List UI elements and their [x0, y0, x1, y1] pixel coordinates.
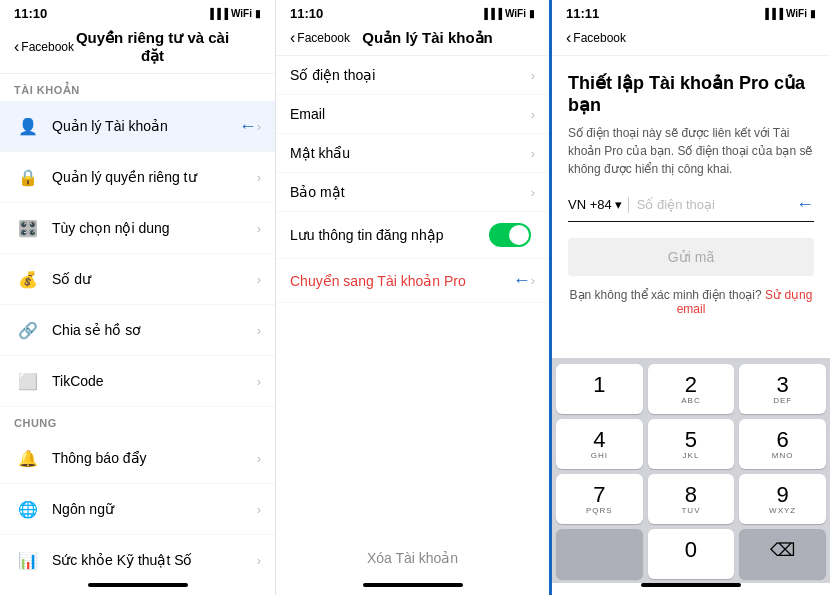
save-login-toggle[interactable] [489, 223, 531, 247]
country-code[interactable]: VN +84 ▾ [568, 197, 622, 212]
status-icons-2: ▐▐▐ WiFi ▮ [481, 8, 535, 19]
menu-item-phone[interactable]: Số điện thoại › [276, 56, 549, 95]
share-icon: 🔗 [14, 316, 42, 344]
menu-item-notifications[interactable]: 🔔 Thông báo đẩy › [0, 433, 275, 484]
pro-setup-content: Thiết lập Tài khoản Pro của bạn Số điện … [552, 56, 830, 358]
menu-item-security[interactable]: Bảo mật › [276, 173, 549, 212]
country-code-text: VN +84 [568, 197, 612, 212]
back-label-2: Facebook [297, 31, 350, 45]
key-8[interactable]: 8 TUV [648, 474, 735, 524]
page-title-1: Quyền riêng tư và cài đặt [74, 29, 231, 65]
switch-pro-chevron: › [531, 273, 535, 288]
back-button-3[interactable]: ‹ Facebook [566, 29, 626, 47]
wifi-icon-3: WiFi [786, 8, 807, 19]
time-1: 11:10 [14, 6, 47, 21]
time-2: 11:10 [290, 6, 323, 21]
menu-item-save-login[interactable]: Lưu thông tin đăng nhập [276, 212, 549, 259]
key-5[interactable]: 5 JKL [648, 419, 735, 469]
phone-label: Số điện thoại [290, 67, 531, 83]
pro-title: Thiết lập Tài khoản Pro của bạn [568, 72, 814, 116]
key-6[interactable]: 6 MNO [739, 419, 826, 469]
menu-item-content[interactable]: 🎛️ Tùy chọn nội dung › [0, 203, 275, 254]
back-label-1: Facebook [21, 40, 74, 54]
backspace-button[interactable]: ⌫ [739, 529, 826, 579]
balance-icon: 💰 [14, 265, 42, 293]
chevron-5: › [257, 323, 261, 338]
share-label: Chia sẻ hồ sơ [52, 322, 257, 338]
phone-input-row: VN +84 ▾ Số điện thoại ← [568, 194, 814, 222]
lock-icon: 🔒 [14, 163, 42, 191]
status-icons-1: ▐▐▐ WiFi ▮ [207, 8, 261, 19]
tikcode-icon: ⬜ [14, 367, 42, 395]
phone-placeholder: Số điện thoại [637, 197, 792, 212]
menu-item-language[interactable]: 🌐 Ngôn ngữ › [0, 484, 275, 535]
menu-item-tikcode[interactable]: ⬜ TikCode › [0, 356, 275, 407]
section-label-general: CHUNG [0, 407, 275, 433]
menu-item-manage-account[interactable]: 👤 Quản lý Tài khoản ← › [0, 101, 275, 152]
send-code-button[interactable]: Gửi mã [568, 238, 814, 276]
chevron-9: › [257, 553, 261, 568]
key-1[interactable]: 1 [556, 364, 643, 414]
verify-question: Bạn không thể xác minh điện thoại? [570, 288, 762, 302]
password-label: Mật khẩu [290, 145, 531, 161]
panel1-scroll: TÀI KHOẢN 👤 Quản lý Tài khoản ← › 🔒 Quản… [0, 74, 275, 583]
menu-item-password[interactable]: Mật khẩu › [276, 134, 549, 173]
nav-bar-3: ‹ Facebook [552, 25, 830, 56]
toggle-knob [509, 225, 529, 245]
signal-icon-2: ▐▐▐ [481, 8, 502, 19]
section-label-account: TÀI KHOẢN [0, 74, 275, 101]
highlight-arrow-2: ← [513, 270, 531, 291]
key-2[interactable]: 2 ABC [648, 364, 735, 414]
battery-icon: ▮ [255, 8, 261, 19]
signal-icon-3: ▐▐▐ [762, 8, 783, 19]
menu-item-balance[interactable]: 💰 Số dư › [0, 254, 275, 305]
backspace-icon: ⌫ [770, 540, 795, 560]
security-chevron: › [531, 185, 535, 200]
content-label: Tùy chọn nội dung [52, 220, 257, 236]
chevron-3: › [257, 221, 261, 236]
save-login-label: Lưu thông tin đăng nhập [290, 227, 489, 243]
menu-item-digital-health[interactable]: 📊 Sức khỏe Kỹ thuật Số › [0, 535, 275, 583]
menu-item-switch-pro[interactable]: Chuyển sang Tài khoản Pro ← › [276, 259, 549, 303]
user-icon: 👤 [14, 112, 42, 140]
notifications-label: Thông báo đẩy [52, 450, 257, 466]
key-empty [556, 529, 643, 579]
time-3: 11:11 [566, 6, 599, 21]
email-chevron: › [531, 107, 535, 122]
status-bar-3: 11:11 ▐▐▐ WiFi ▮ [552, 0, 830, 25]
signal-icon: ▐▐▐ [207, 8, 228, 19]
wifi-icon-2: WiFi [505, 8, 526, 19]
highlight-arrow-3: ← [796, 194, 814, 215]
settings-icon: 🎛️ [14, 214, 42, 242]
battery-icon-2: ▮ [529, 8, 535, 19]
key-7[interactable]: 7 PQRS [556, 474, 643, 524]
back-arrow-1: ‹ [14, 38, 19, 56]
chevron-7: › [257, 451, 261, 466]
menu-item-privacy[interactable]: 🔒 Quản lý quyền riêng tư › [0, 152, 275, 203]
home-bar-1 [88, 583, 188, 587]
key-9[interactable]: 9 WXYZ [739, 474, 826, 524]
privacy-label: Quản lý quyền riêng tư [52, 169, 257, 185]
back-arrow-2: ‹ [290, 29, 295, 47]
highlight-arrow-1: ← [239, 116, 257, 137]
key-4[interactable]: 4 GHI [556, 419, 643, 469]
menu-item-share[interactable]: 🔗 Chia sẻ hồ sơ › [0, 305, 275, 356]
delete-account-label[interactable]: Xóa Tài khoản [367, 550, 458, 566]
status-bar-2: 11:10 ▐▐▐ WiFi ▮ [276, 0, 549, 25]
security-label: Bảo mật [290, 184, 531, 200]
phone-chevron: › [531, 68, 535, 83]
status-bar-1: 11:10 ▐▐▐ WiFi ▮ [0, 0, 275, 25]
chevron-2: › [257, 170, 261, 185]
menu-item-email[interactable]: Email › [276, 95, 549, 134]
password-chevron: › [531, 146, 535, 161]
status-icons-3: ▐▐▐ WiFi ▮ [762, 8, 816, 19]
nav-bar-1: ‹ Facebook Quyền riêng tư và cài đặt [0, 25, 275, 74]
home-bar-3 [641, 583, 741, 587]
back-button-1[interactable]: ‹ Facebook [14, 38, 74, 56]
key-0[interactable]: 0 [648, 529, 735, 579]
back-button-2[interactable]: ‹ Facebook [290, 29, 350, 47]
key-3[interactable]: 3 DEF [739, 364, 826, 414]
chevron-8: › [257, 502, 261, 517]
manage-account-label: Quản lý Tài khoản [52, 118, 235, 134]
language-label: Ngôn ngữ [52, 501, 257, 517]
